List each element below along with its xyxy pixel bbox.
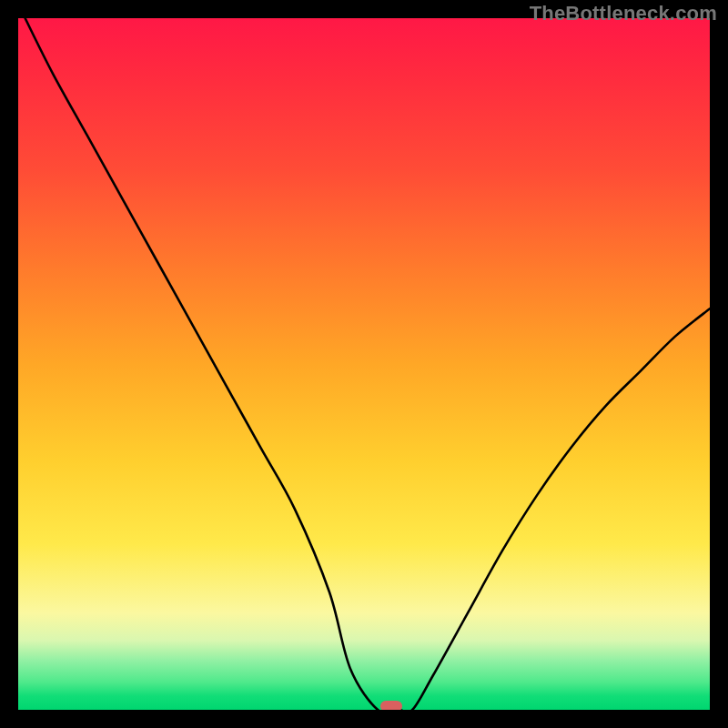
chart-frame: TheBottleneck.com [0, 0, 728, 728]
plot-area [18, 18, 710, 710]
watermark-text: TheBottleneck.com [530, 2, 717, 25]
optimal-marker [380, 701, 402, 710]
bottleneck-curve [18, 18, 710, 710]
